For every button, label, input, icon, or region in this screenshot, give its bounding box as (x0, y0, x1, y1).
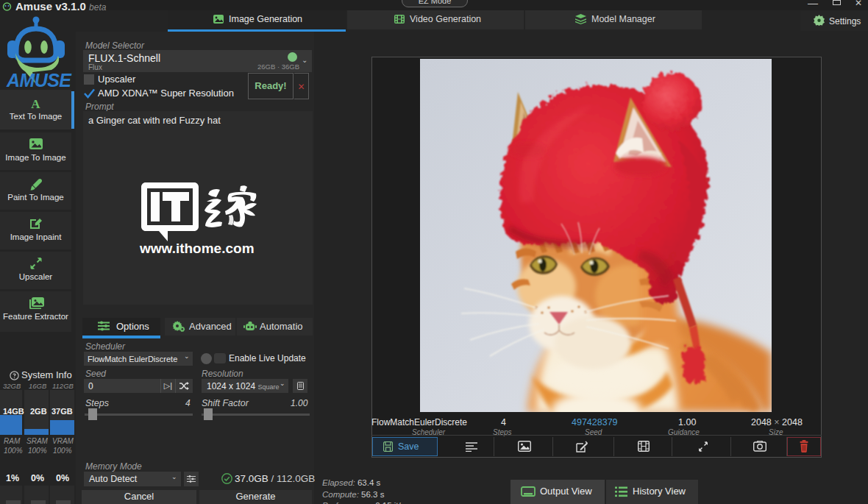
svg-text:www.ithome.com: www.ithome.com (139, 241, 255, 256)
svg-text:AMUSE: AMUSE (6, 70, 72, 89)
